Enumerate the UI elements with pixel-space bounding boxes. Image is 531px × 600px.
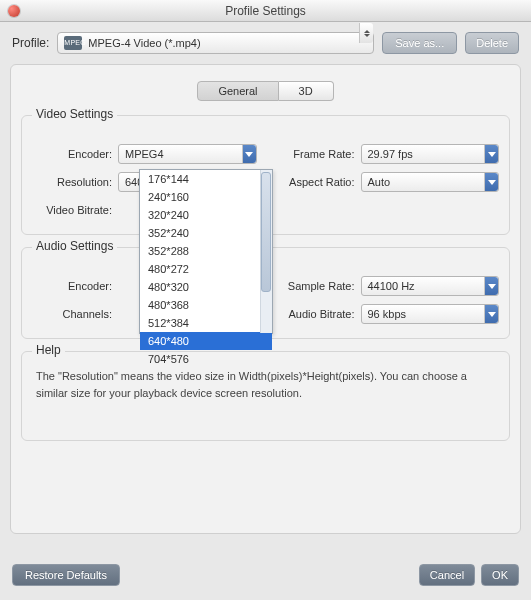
tab-3d[interactable]: 3D (279, 81, 334, 101)
audio-bitrate-select[interactable]: 96 kbps (361, 304, 500, 324)
resolution-option[interactable]: 704*576 (140, 350, 272, 368)
scrollbar-thumb[interactable] (261, 172, 271, 292)
help-text: The "Resolution" means the video size in… (36, 368, 495, 401)
aspect-ratio-value: Auto (368, 176, 391, 188)
mpeg-badge-icon: MPEG (64, 36, 82, 50)
resolution-label: Resolution: (32, 176, 112, 188)
footer: Restore Defaults Cancel OK (0, 554, 531, 600)
tabs: General 3D (21, 81, 510, 101)
window-title: Profile Settings (0, 4, 531, 18)
chevron-down-icon (484, 305, 498, 323)
resolution-dropdown[interactable]: 176*144240*160320*240352*240352*288480*2… (139, 169, 273, 334)
chevron-down-icon (359, 23, 373, 43)
resolution-option[interactable]: 512*384 (140, 314, 272, 332)
tab-general[interactable]: General (197, 81, 278, 101)
resolution-option[interactable]: 176*144 (140, 170, 272, 188)
video-encoder-label: Encoder: (32, 148, 112, 160)
chevron-down-icon (484, 173, 498, 191)
video-encoder-field: Encoder: MPEG4 (32, 144, 257, 164)
frame-rate-select[interactable]: 29.97 fps (361, 144, 500, 164)
profile-row: Profile: MPEG MPEG-4 Video (*.mp4) Save … (0, 22, 531, 64)
resolution-option[interactable]: 640*480 (140, 332, 272, 350)
aspect-ratio-label: Aspect Ratio: (275, 176, 355, 188)
resolution-option[interactable]: 320*240 (140, 206, 272, 224)
audio-encoder-label: Encoder: (32, 280, 112, 292)
restore-defaults-button[interactable]: Restore Defaults (12, 564, 120, 586)
video-bitrate-label: Video Bitrate: (32, 204, 112, 216)
help-legend: Help (32, 343, 65, 357)
frame-rate-field: Frame Rate: 29.97 fps (275, 144, 500, 164)
audio-bitrate-label: Audio Bitrate: (275, 308, 355, 320)
save-as-button[interactable]: Save as... (382, 32, 457, 54)
profile-value: MPEG-4 Video (*.mp4) (88, 37, 200, 49)
main-panel: General 3D Video Settings Encoder: MPEG4… (10, 64, 521, 534)
sample-rate-field: Sample Rate: 44100 Hz (275, 276, 500, 296)
chevron-down-icon (484, 277, 498, 295)
aspect-ratio-select[interactable]: Auto (361, 172, 500, 192)
resolution-option[interactable]: 480*320 (140, 278, 272, 296)
resolution-option[interactable]: 240*160 (140, 188, 272, 206)
video-settings-legend: Video Settings (32, 107, 117, 121)
sample-rate-select[interactable]: 44100 Hz (361, 276, 500, 296)
audio-bitrate-value: 96 kbps (368, 308, 407, 320)
chevron-down-icon (242, 145, 256, 163)
resolution-option[interactable]: 480*272 (140, 260, 272, 278)
video-encoder-select[interactable]: MPEG4 (118, 144, 257, 164)
channels-label: Channels: (32, 308, 112, 320)
profile-select[interactable]: MPEG MPEG-4 Video (*.mp4) (57, 32, 374, 54)
delete-button[interactable]: Delete (465, 32, 519, 54)
audio-settings-legend: Audio Settings (32, 239, 117, 253)
titlebar: Profile Settings (0, 0, 531, 22)
audio-bitrate-field: Audio Bitrate: 96 kbps (275, 304, 500, 324)
resolution-option[interactable]: 352*288 (140, 242, 272, 260)
chevron-down-icon (484, 145, 498, 163)
sample-rate-value: 44100 Hz (368, 280, 415, 292)
cancel-button[interactable]: Cancel (419, 564, 475, 586)
scrollbar[interactable] (260, 170, 272, 333)
frame-rate-value: 29.97 fps (368, 148, 413, 160)
sample-rate-label: Sample Rate: (275, 280, 355, 292)
resolution-option[interactable]: 352*240 (140, 224, 272, 242)
ok-button[interactable]: OK (481, 564, 519, 586)
resolution-option[interactable]: 480*368 (140, 296, 272, 314)
video-encoder-value: MPEG4 (125, 148, 164, 160)
profile-label: Profile: (12, 36, 49, 50)
frame-rate-label: Frame Rate: (275, 148, 355, 160)
aspect-ratio-field: Aspect Ratio: Auto (275, 172, 500, 192)
